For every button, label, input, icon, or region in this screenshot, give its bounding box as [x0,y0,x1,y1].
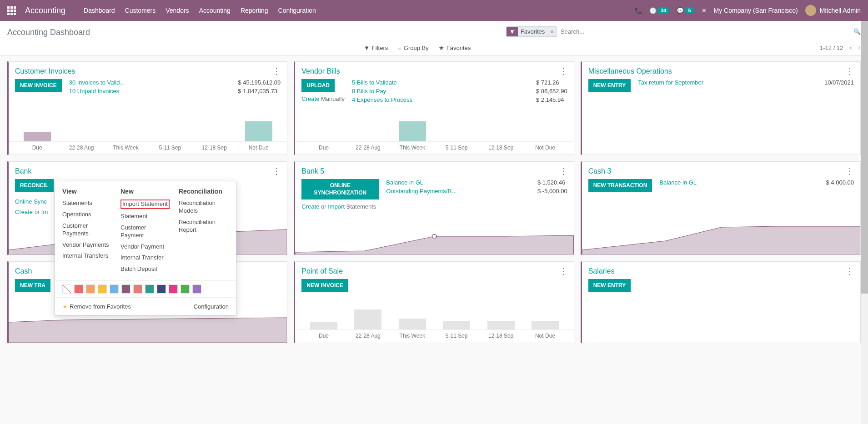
card-pos: Point of Sale ⋮ NEW INVOICE Due22-28 Aug… [294,261,574,343]
card-title[interactable]: Customer Invoices [15,67,75,75]
dd-recon-report[interactable]: Reconciliation Report [179,219,229,234]
scrollbar-thumb[interactable] [861,21,868,294]
tax-return-link[interactable]: Tax return for September [638,79,703,86]
color-swatch[interactable] [74,284,83,294]
new-entry-button[interactable]: NEW ENTRY [588,79,631,92]
invoices-validate-link[interactable]: 30 Invoices to Valid... [69,79,125,86]
dd-import-statement[interactable]: Import Statement [120,200,170,209]
balance-link[interactable]: Balance in GL [659,179,697,186]
user-menu[interactable]: Mitchell Admin [805,5,861,16]
configuration-link[interactable]: Configuration [194,303,229,310]
import-link[interactable]: Import [328,203,345,210]
tools-icon[interactable]: ✕ [702,7,707,14]
color-swatch[interactable] [86,284,95,294]
expenses-link[interactable]: 4 Expenses to Process [352,96,412,103]
dd-vendor-payments[interactable]: Vendor Payments [62,241,112,249]
outstanding-link[interactable]: Outstanding Payments/R... [386,188,457,195]
activity-icon[interactable]: 🕓34 [649,7,669,14]
phone-icon[interactable]: 📞 [635,7,642,14]
facet-remove[interactable]: × [547,28,557,35]
kebab-icon[interactable]: ⋮ [272,69,281,74]
chat-icon[interactable]: 💬5 [677,7,694,14]
kebab-icon[interactable]: ⋮ [559,169,567,174]
card-bank5: Bank 5 ⋮ ONLINE SYNCHRONIZATION Create o… [294,161,574,255]
bar-chart [295,116,573,142]
import-link[interactable]: Im [41,209,48,215]
dd-statements[interactable]: Statements [62,200,112,207]
nav-reporting[interactable]: Reporting [241,7,268,14]
color-swatch[interactable] [145,284,154,294]
filters-button[interactable]: ▼Filters [364,45,388,51]
dd-internal-transfer[interactable]: Internal Transfer [120,254,171,262]
color-swatch[interactable] [192,284,201,294]
topbar-right: 📞 🕓34 💬5 ✕ My Company (San Francisco) Mi… [635,5,861,16]
apps-icon[interactable] [7,6,16,15]
color-swatch[interactable] [181,284,190,294]
color-swatch[interactable] [157,284,166,294]
new-transaction-button[interactable]: NEW TRA [15,279,50,292]
nav-dashboard[interactable]: Dashboard [84,7,115,14]
dd-statement[interactable]: Statement [120,213,171,220]
color-swatch[interactable] [98,284,107,294]
value: $ -5,000.00 [537,188,567,195]
online-sync-button[interactable]: ONLINE SYNCHRONIZATION [301,179,379,200]
nav-configuration[interactable]: Configuration [278,7,316,14]
scrollbar[interactable] [861,21,868,349]
card-title[interactable]: Cash [15,267,32,275]
color-swatch[interactable] [169,284,178,294]
kebab-icon[interactable]: ⋮ [272,169,281,174]
kebab-icon[interactable]: ⋮ [846,69,854,74]
dd-recon-models[interactable]: Reconciliation Models [179,200,229,215]
color-swatch[interactable] [133,284,142,294]
balance-link[interactable]: Balance in GL [386,179,423,186]
value: $ 45,195,612.09 [238,79,281,86]
new-invoice-button[interactable]: NEW INVOICE [15,79,62,92]
dd-customer-payment[interactable]: Customer Payment [120,224,171,239]
dd-customer-payments[interactable]: Customer Payments [62,222,112,238]
bills-pay-link[interactable]: 8 Bills to Pay [352,88,386,95]
color-swatch[interactable] [62,284,71,294]
search-input[interactable] [557,26,853,37]
create-link[interactable]: Create [301,203,319,210]
kebab-icon[interactable]: ⋮ [846,269,854,274]
new-invoice-button[interactable]: NEW INVOICE [301,279,348,292]
favorites-button[interactable]: ★Favorites [439,45,471,51]
star-icon: ★ [439,45,444,51]
reconcile-button[interactable]: RECONCIL [15,179,54,192]
card-title[interactable]: Vendor Bills [301,67,340,75]
color-swatch[interactable] [110,284,119,294]
online-sync-link[interactable]: Online Sync [15,198,47,205]
create-link[interactable]: Create [301,95,319,102]
kebab-icon[interactable]: ⋮ [559,69,567,74]
dd-batch-deposit[interactable]: Batch Deposit [120,265,171,273]
card-title[interactable]: Miscellaneous Operations [588,67,672,75]
pager-prev[interactable]: ‹ [849,44,852,52]
unpaid-invoices-link[interactable]: 10 Unpaid Invoices [69,88,120,95]
search-icon[interactable]: 🔍 [853,28,861,35]
card-title[interactable]: Bank [15,167,31,175]
card-title[interactable]: Salaries [588,267,615,275]
bills-validate-link[interactable]: 5 Bills to Validate [352,79,397,86]
dd-internal-transfers[interactable]: Internal Transfers [62,252,112,260]
groupby-button[interactable]: ≡Group By [398,45,429,51]
kebab-icon[interactable]: ⋮ [559,269,567,274]
color-swatch[interactable] [121,284,130,294]
nav-accounting[interactable]: Accounting [199,7,231,14]
card-title[interactable]: Point of Sale [301,267,343,275]
new-entry-button[interactable]: NEW ENTRY [588,279,631,292]
nav-customers[interactable]: Customers [125,7,156,14]
kebab-icon[interactable]: ⋮ [846,169,854,174]
card-title[interactable]: Cash 3 [588,167,612,175]
upload-button[interactable]: UPLOAD [301,79,335,92]
nav-vendors[interactable]: Vendors [166,7,189,14]
search-bar[interactable]: ▼ Favorites × 🔍 [506,26,861,38]
create-link[interactable]: Create [15,209,33,215]
card-salaries: Salaries ⋮ NEW ENTRY [581,261,861,343]
dd-vendor-payment[interactable]: Vendor Payment [120,243,171,251]
company-switcher[interactable]: My Company (San Francisco) [714,7,798,14]
dd-operations[interactable]: Operations [62,211,112,219]
card-title[interactable]: Bank 5 [301,167,324,175]
brand[interactable]: Accounting [25,6,65,15]
remove-favorites[interactable]: ★Remove from Favorites [62,303,131,310]
new-transaction-button[interactable]: NEW TRANSACTION [588,179,652,192]
